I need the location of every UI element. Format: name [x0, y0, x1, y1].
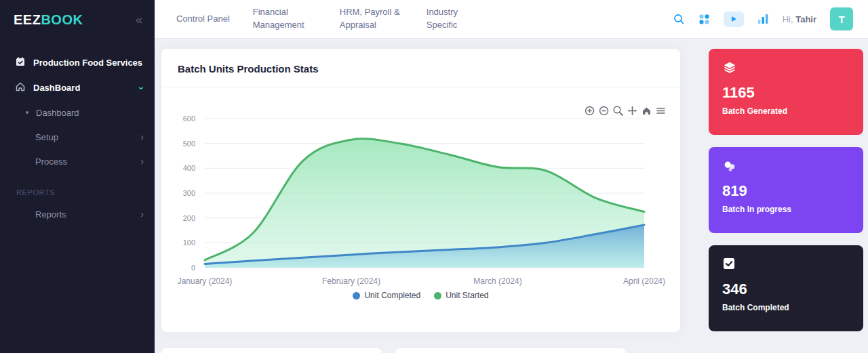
sidebar-section-reports: REPORTS [0, 173, 155, 202]
sidebar-item-label: Dashboard [36, 108, 144, 118]
sidebar-item-label: Reports [35, 209, 133, 220]
main-area: Control Panel Financial Management HRM, … [155, 0, 868, 353]
sidebar-item-label: Setup [35, 132, 133, 142]
user-name: Tahir [795, 14, 816, 24]
zoom-box-icon[interactable] [612, 105, 624, 117]
topnav-item-hrm-payroll-appraisal[interactable]: HRM, Payroll & Appraisal [340, 6, 403, 32]
stats-column: 1165 Batch Generated 819 Batch In progre… [709, 49, 863, 331]
topnav-item-control-panel[interactable]: Control Panel [176, 13, 230, 26]
zoom-out-icon[interactable] [598, 105, 610, 117]
content-area: Batch Units Production Stats [155, 38, 868, 353]
checkbox-icon [722, 257, 850, 272]
chevron-right-icon: › [140, 156, 144, 167]
sidebar-item-label: Production Food Services [33, 58, 144, 68]
chevron-down-icon: › [137, 86, 148, 89]
topnav: Control Panel Financial Management HRM, … [176, 6, 490, 32]
app-logo[interactable]: EEZBOOK [14, 12, 83, 28]
sidebar-item-process[interactable]: Process › [0, 149, 155, 173]
svg-text:600: 600 [183, 115, 195, 123]
chart-modebar [584, 105, 667, 117]
greeting-prefix: Hi, [783, 14, 793, 24]
video-play-button[interactable] [724, 12, 744, 27]
sidebar-item-reports[interactable]: Reports › [0, 202, 155, 226]
stat-value: 346 [722, 281, 850, 298]
avatar[interactable]: T [830, 7, 853, 30]
svg-text:500: 500 [183, 140, 195, 148]
sidebar-item-dashboard-child[interactable]: Dashboard [0, 100, 155, 125]
chart-title: Batch Units Production Stats [178, 63, 664, 75]
sidebar-item-setup[interactable]: Setup › [0, 125, 155, 149]
home-icon [15, 81, 26, 94]
logo-text-primary: EEZ [14, 12, 41, 27]
sidebar-item-label: Process [35, 157, 133, 167]
stat-label: Batch In progress [722, 205, 850, 214]
sidebar-collapse-icon[interactable]: « [136, 13, 142, 27]
menu-icon[interactable] [655, 105, 667, 117]
chevron-right-icon: › [140, 131, 144, 142]
svg-text:March (2024): March (2024) [473, 276, 521, 286]
stat-card-batch-completed[interactable]: 346 Batch Completed [709, 245, 863, 331]
apps-grid-icon[interactable] [698, 14, 710, 25]
sidebar-item-dashboard-parent[interactable]: DashBoard › [0, 75, 155, 100]
chart-legend: Unit Completed Unit Started [161, 291, 680, 300]
svg-text:February (2024): February (2024) [322, 276, 380, 286]
topbar: Control Panel Financial Management HRM, … [155, 0, 868, 38]
logo-text-accent: BOOK [41, 12, 83, 27]
bullet-icon [26, 111, 28, 114]
stat-card-batch-in-progress[interactable]: 819 Batch In progress [709, 147, 863, 233]
app-root: EEZBOOK « Production Food Services DashB… [0, 0, 868, 353]
sidebar-item-production-food-services[interactable]: Production Food Services [0, 50, 155, 75]
svg-text:January (2024): January (2024) [178, 276, 233, 286]
svg-text:100: 100 [183, 238, 195, 247]
bar-chart-icon[interactable] [757, 14, 769, 24]
bubbles-icon [722, 159, 850, 173]
sidebar-nav: Production Food Services DashBoard › Das… [0, 39, 155, 226]
bottom-card-left [161, 348, 382, 353]
area-chart[interactable]: 0100200300400500600January (2024)Februar… [161, 90, 669, 292]
calendar-check-icon [15, 56, 26, 69]
stat-value: 819 [722, 182, 850, 200]
stat-card-batch-generated[interactable]: 1165 Batch Generated [709, 49, 863, 135]
search-icon[interactable] [673, 13, 685, 25]
legend-label: Unit Started [446, 291, 488, 300]
user-greeting: Hi, Tahir [783, 14, 816, 24]
sidebar-logo-row: EEZBOOK « [0, 0, 155, 39]
layers-icon [722, 60, 850, 75]
bottom-card-right [395, 348, 626, 353]
stat-label: Batch Completed [722, 303, 850, 312]
stat-label: Batch Generated [722, 106, 850, 116]
topbar-right: Hi, Tahir T [673, 7, 853, 30]
topnav-item-financial-management[interactable]: Financial Management [253, 6, 317, 32]
sidebar-item-label: DashBoard [33, 83, 133, 93]
svg-text:200: 200 [183, 214, 195, 222]
svg-text:400: 400 [183, 164, 195, 172]
home-reset-icon[interactable] [641, 105, 652, 117]
svg-text:0: 0 [191, 264, 195, 272]
legend-item-unit-started[interactable]: Unit Started [434, 291, 488, 300]
stat-value: 1165 [722, 84, 850, 102]
chart-card: Batch Units Production Stats [161, 49, 680, 332]
legend-label: Unit Completed [364, 291, 420, 300]
sidebar: EEZBOOK « Production Food Services DashB… [0, 0, 155, 353]
chart-body: 0100200300400500600January (2024)Februar… [161, 87, 680, 300]
legend-item-unit-completed[interactable]: Unit Completed [353, 291, 420, 300]
pan-icon[interactable] [627, 105, 638, 117]
zoom-in-icon[interactable] [584, 105, 595, 117]
svg-text:April (2024): April (2024) [623, 276, 665, 286]
chevron-right-icon: › [140, 209, 144, 220]
legend-dot-green [434, 292, 441, 299]
topnav-item-industry-specific[interactable]: Industry Specific [427, 6, 490, 32]
chart-card-header: Batch Units Production Stats [161, 49, 680, 87]
play-icon [730, 16, 737, 22]
svg-text:300: 300 [183, 189, 195, 197]
legend-dot-blue [353, 292, 360, 299]
